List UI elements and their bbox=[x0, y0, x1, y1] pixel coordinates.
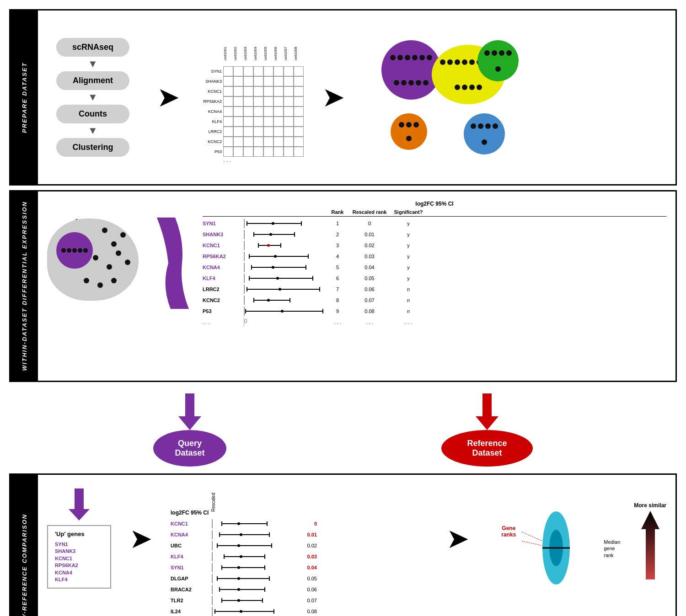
forest-plot-2: log2FC 95% CI Rank Rescaled rank Signifi… bbox=[203, 201, 666, 328]
more-similar-arrow-svg bbox=[639, 511, 662, 579]
panel-label-2: WITHIN-DATASET DIFFERENTIAL EXPRESSION bbox=[11, 191, 38, 381]
cluster-blue bbox=[464, 113, 505, 154]
step-alignment: Alignment bbox=[56, 71, 129, 90]
col-cell1008: cell1008 bbox=[294, 41, 304, 66]
matrix-row-p53: P53 bbox=[198, 147, 304, 157]
forest-table-3: KCNC1 0 KCNA4 bbox=[171, 518, 428, 616]
svg-marker-5 bbox=[641, 511, 659, 579]
matrix-header: cell1001 cell1002 cell1003 cell1004 cell… bbox=[223, 41, 304, 66]
median-gene-rank-label: Mediangenerank bbox=[604, 539, 620, 558]
svg-line-3 bbox=[522, 532, 542, 541]
more-similar-label: More similar bbox=[634, 502, 666, 509]
arrow-to-clusters: ➤ bbox=[322, 84, 345, 111]
col-cell1002: cell1002 bbox=[233, 41, 243, 66]
reference-label-box: Reference Dataset bbox=[441, 430, 533, 467]
up-gene-rps6ka2: RPS6KA2 bbox=[55, 562, 103, 569]
cluster-visualization bbox=[381, 40, 519, 154]
purple-flow-svg bbox=[157, 218, 193, 309]
rescaled-header: Rescaled bbox=[211, 489, 216, 516]
forest-row-shank3: SHANK3 2 0.01 y bbox=[203, 229, 666, 240]
up-genes-section: 'Up' genes SYN1 SHANK3 KCNC1 RPS6KA2 KCN… bbox=[47, 489, 111, 589]
arrow-3: ▼ bbox=[88, 126, 98, 136]
up-gene-klf4: KLF4 bbox=[55, 576, 103, 583]
f3-row-kcnc1: KCNC1 0 bbox=[171, 518, 428, 529]
col-cell1006: cell1006 bbox=[273, 41, 284, 66]
forest-3-title: log2FC 95% CI bbox=[171, 510, 209, 516]
f3-row-kcna4: KCNA4 0.01 bbox=[171, 529, 428, 540]
f3-row-braca2: BRACA2 0.06 bbox=[171, 584, 428, 595]
matrix-row-kcnc1: KCNC1 bbox=[198, 86, 304, 96]
f3-row-tlr2: TLR2 0.07 bbox=[171, 595, 428, 606]
query-reference-row: Query Dataset Reference Dataset bbox=[9, 387, 677, 473]
forest-row-kcnc1: KCNC1 3 0.02 y bbox=[203, 240, 666, 251]
main-container: PREPARE DATASET scRNAseq ▼ Alignment ▼ C… bbox=[9, 9, 677, 616]
f3-row-il24: IL24 0.08 bbox=[171, 606, 428, 616]
col-cell1003: cell1003 bbox=[243, 41, 253, 66]
query-dataset-label: Query Dataset bbox=[153, 393, 226, 467]
panel-query-reference: QUERY-REFERENCE COMPARISON 'Up' genes SY… bbox=[9, 473, 677, 616]
step-counts: Counts bbox=[56, 105, 129, 123]
purple-arrow-down bbox=[176, 393, 204, 430]
forest-row-kcna4: KCNA4 5 0.04 y bbox=[203, 262, 666, 273]
f3-row-dlgap: DLGAP 0.05 bbox=[171, 573, 428, 584]
forest-row-syn1: SYN1 1 0 y bbox=[203, 218, 666, 229]
forest-row-p53: P53 9 0.08 n bbox=[203, 306, 666, 317]
forest-plot-title-2: log2FC 95% CI bbox=[203, 201, 666, 207]
panel-within-dataset: WITHIN-DATASET DIFFERENTIAL EXPRESSION ↩ bbox=[9, 190, 677, 382]
forest-plot-3: log2FC 95% CI Rescaled KCNC1 bbox=[171, 489, 428, 616]
matrix-row-klf4: KLF4 bbox=[198, 117, 304, 127]
col-cell1005: cell1005 bbox=[263, 41, 273, 66]
matrix-container: cell1001 cell1002 cell1003 cell1004 cell… bbox=[198, 41, 304, 163]
forest-row-kcnc2: KCNC2 8 0.07 n bbox=[203, 295, 666, 306]
f3-row-klf4: KLF4 0.03 bbox=[171, 551, 428, 562]
arrow-to-forest-3: ➤ bbox=[129, 525, 152, 552]
matrix-row-kcnc2: KCNC2 bbox=[198, 137, 304, 147]
up-genes-box: 'Up' genes SYN1 SHANK3 KCNC1 RPS6KA2 KCN… bbox=[47, 525, 111, 589]
cell-illustration: ↩ bbox=[47, 218, 148, 310]
purple-flow bbox=[157, 218, 193, 311]
matrix-row-rps6ka2: RPS6KA2 bbox=[198, 96, 304, 106]
workflow-steps: scRNAseq ▼ Alignment ▼ Counts ▼ Clusteri… bbox=[47, 38, 139, 157]
matrix-row-lrrc2: LRRC2 bbox=[198, 127, 304, 137]
up-gene-syn1: SYN1 bbox=[55, 541, 103, 548]
arrow-to-violin: ➤ bbox=[446, 525, 469, 552]
reference-dataset-label: Reference Dataset bbox=[441, 393, 533, 467]
arrow-to-matrix: ➤ bbox=[157, 84, 180, 111]
forest-row-dots: . . . 0 . . . . . . . . . bbox=[203, 317, 666, 328]
step-scrnaseq: scRNAseq bbox=[56, 38, 129, 57]
f3-row-syn1: SYN1 0.04 bbox=[171, 562, 428, 573]
col-cell1001: cell1001 bbox=[223, 41, 233, 66]
cell-nucleus bbox=[56, 232, 93, 269]
step-clustering: Clustering bbox=[56, 138, 129, 157]
panel-2-content: ↩ bbox=[38, 191, 675, 337]
arrow-1: ▼ bbox=[88, 59, 98, 69]
forest-3-header-row: log2FC 95% CI Rescaled bbox=[171, 489, 428, 516]
col-cell1007: cell1007 bbox=[284, 41, 294, 66]
matrix-row-kcna4: KCNA4 bbox=[198, 106, 304, 117]
up-gene-kcnc1: KCNC1 bbox=[55, 555, 103, 562]
forest-row-lrrc2: LRRC2 7 0.06 n bbox=[203, 284, 666, 295]
purple-arrow-down-3 bbox=[68, 489, 91, 520]
matrix-dots: . . . bbox=[223, 157, 304, 163]
col-cell1004: cell1004 bbox=[253, 41, 263, 66]
cell-outer bbox=[47, 218, 139, 301]
up-genes-title: 'Up' genes bbox=[55, 531, 103, 537]
cluster-green bbox=[477, 40, 519, 81]
query-label-box: Query Dataset bbox=[153, 430, 226, 467]
forest-row-rps6ka2: RPS6KA2 4 0.03 y bbox=[203, 251, 666, 262]
panel-label-1: PREPARE DATASET bbox=[11, 11, 38, 184]
cluster-orange bbox=[391, 113, 427, 150]
arrow-2: ▼ bbox=[88, 92, 98, 102]
violin-section: Generanks Mediangenerank bbox=[488, 498, 625, 598]
forest-row-klf4: KLF4 6 0.05 y bbox=[203, 273, 666, 284]
more-similar-section: More similar bbox=[634, 502, 666, 579]
panel-label-3: QUERY-REFERENCE COMPARISON bbox=[11, 475, 38, 616]
forest-table-2: Rank Rescaled rank Significant? SYN1 bbox=[203, 209, 666, 328]
up-gene-kcna4: KCNA4 bbox=[55, 569, 103, 576]
f3-row-ubc: UBC 0.02 bbox=[171, 540, 428, 551]
forest-header: Rank Rescaled rank Significant? bbox=[203, 209, 666, 217]
up-gene-shank3: SHANK3 bbox=[55, 548, 103, 555]
svg-line-4 bbox=[522, 541, 542, 546]
panel-1-content: scRNAseq ▼ Alignment ▼ Counts ▼ Clusteri… bbox=[38, 11, 675, 184]
panel-3-content: 'Up' genes SYN1 SHANK3 KCNC1 RPS6KA2 KCN… bbox=[38, 475, 675, 616]
